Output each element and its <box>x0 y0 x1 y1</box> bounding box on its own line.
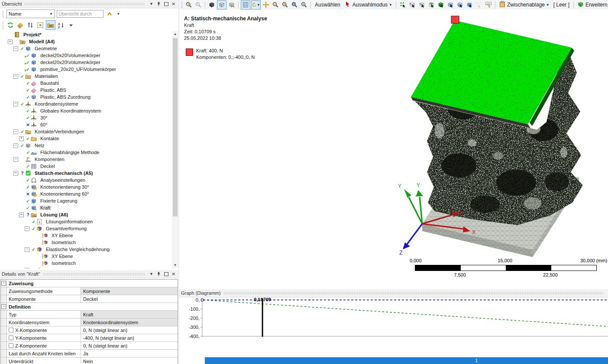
zoom-out-icon[interactable] <box>271 1 280 9</box>
collapse-toggle[interactable]: − <box>25 226 29 231</box>
chevron-down-icon[interactable]: ▼ <box>115 11 122 17</box>
sort-az-icon[interactable]: AZ <box>57 21 65 29</box>
tree-item-modell-a4[interactable]: −Modell (A4) <box>0 38 172 45</box>
tree-item-knotenorientierung-30[interactable]: ✓Knotenorientierung 30° <box>0 184 172 190</box>
select-face-icon[interactable] <box>427 1 436 9</box>
clipboard-dropdown[interactable]: Zwischenablage▼ <box>498 1 551 9</box>
tree-item-baustahl[interactable]: ✓Baustahl <box>0 80 172 87</box>
tree-item-knotenorientierung-60[interactable]: ✕Knotenorientierung 60° <box>0 190 172 197</box>
more-options-arrow[interactable] <box>67 21 75 29</box>
tree-item-deckel20x20-volumenk-rper[interactable]: ✓deckel20x20\Volumenkörper <box>0 52 172 59</box>
select-by-id-icon[interactable]: 100 <box>484 1 493 9</box>
select-mesh-face-icon[interactable] <box>456 1 464 9</box>
tree-scrollbar[interactable]: ▲ ▼ <box>172 31 178 268</box>
tree-item-l-sungsinformationen[interactable]: ✓iLösungsinformationen <box>0 218 172 225</box>
maximize-icon[interactable] <box>163 271 169 277</box>
zoom-in-icon[interactable] <box>281 1 289 9</box>
shaded-exterior-icon[interactable] <box>217 0 226 10</box>
graphics-viewport[interactable]: A: Statisch-mechanische Analyse Kraft Ze… <box>179 10 608 289</box>
extend-selection-icon[interactable] <box>398 1 407 9</box>
property-value[interactable]: Ja <box>81 350 178 357</box>
tree-item-xy-ebene[interactable]: XY Ebene <box>0 232 172 239</box>
tree-item-plastic-abs[interactable]: ✓Plastic, ABS <box>0 87 172 93</box>
select-vertex-icon[interactable] <box>408 1 417 9</box>
tree-item-globales-koordinatensystem[interactable]: ✓Globales Koordinatensystem <box>0 107 172 114</box>
outline-search-input[interactable] <box>57 10 103 18</box>
maximize-icon[interactable] <box>163 1 169 7</box>
tree-item-materialien[interactable]: −✓Materialien <box>0 73 172 80</box>
tree-item-koordinatensysteme[interactable]: −✓Koordinatensysteme <box>0 100 172 107</box>
filter-type-select[interactable]: Name ▼ <box>6 10 55 18</box>
collapse-section-toggle[interactable]: − <box>1 281 6 286</box>
show-mesh-icon[interactable] <box>241 0 250 10</box>
tree-item-xy-ebene[interactable]: XY Ebene <box>0 253 172 260</box>
pan-icon[interactable] <box>262 1 270 9</box>
tree-item-statisch-mechanisch-a5[interactable]: −?Statisch-mechanisch (A5) <box>0 170 172 177</box>
scroll-up-arrow[interactable]: ▲ <box>172 31 178 37</box>
close-icon[interactable]: ✕ <box>170 1 177 7</box>
filter-apply-button[interactable] <box>106 11 113 17</box>
row-checkbox[interactable] <box>9 343 13 348</box>
property-value[interactable]: Knotenkoordinatensystem <box>81 319 178 326</box>
property-value[interactable]: Nein <box>81 358 178 364</box>
zoom-fit-icon[interactable] <box>300 1 308 9</box>
tree-item-gesamtverformung[interactable]: −✓Gesamtverformung <box>0 225 172 232</box>
property-value[interactable]: 0, N (steigt linear an) <box>81 342 178 349</box>
row-checkbox[interactable] <box>9 328 13 332</box>
expand-all-icon[interactable] <box>36 21 45 29</box>
toolbar-grip[interactable] <box>2 21 4 29</box>
tree-item-plastic-abs-zuordnung[interactable]: ✓Plastic, ABS Zuordnung <box>0 93 172 100</box>
tree-item-netz[interactable]: −✓Netz <box>0 142 172 149</box>
collapse-toggle[interactable]: − <box>25 268 29 269</box>
collapse-toggle[interactable]: − <box>8 39 13 44</box>
expand-toggle[interactable]: + <box>19 136 24 141</box>
property-value[interactable]: 0, N (steigt linear an) <box>81 326 178 334</box>
select-body-icon[interactable] <box>437 1 445 9</box>
zoom-forward-icon[interactable] <box>194 1 203 9</box>
close-icon[interactable]: ✕ <box>170 271 177 277</box>
collapse-toggle[interactable]: − <box>13 46 18 51</box>
property-value[interactable]: -400, N (steigt linear an) <box>81 334 178 341</box>
collapse-toggle[interactable]: − <box>25 247 29 252</box>
collapse-toggle[interactable]: − <box>13 102 18 106</box>
shaded-exterior-edges-icon[interactable] <box>207 1 216 9</box>
coordinates-icon[interactable]: X,Y,Z <box>475 1 483 9</box>
tree-item-l-sung-a6[interactable]: −?Lösung (A6) <box>0 211 172 218</box>
select-edge-icon[interactable] <box>417 1 426 9</box>
sort-icon[interactable] <box>26 21 35 29</box>
property-value[interactable]: Kraft <box>81 311 178 318</box>
scrollbar-thumb[interactable] <box>173 38 178 216</box>
clear-filter-icon[interactable] <box>16 21 25 29</box>
collapse-toggle[interactable]: − <box>13 129 18 134</box>
collapse-toggle[interactable]: − <box>13 171 18 176</box>
wireframe-icon[interactable] <box>227 1 236 9</box>
tree-item-projekt[interactable]: Projekt* <box>0 31 172 38</box>
chevron-down-icon[interactable]: ▼ <box>148 271 155 277</box>
chevron-down-icon[interactable]: ▼ <box>148 1 155 7</box>
tree-item-deckel20x20-volumenk-rper[interactable]: ✓deckel20x20\Volumenkörper <box>0 59 172 66</box>
extend-dropdown[interactable]: Erweitern▼ <box>576 1 608 9</box>
tree-item-fl-chenabh-ngige-methode[interactable]: ✓Flächenabhängige Methode <box>0 149 172 156</box>
box-zoom-icon[interactable] <box>290 1 299 9</box>
property-value[interactable]: Komponente <box>81 287 178 295</box>
rotate-icon[interactable]: ▼ <box>251 0 261 10</box>
toolbar-grip[interactable] <box>181 1 183 8</box>
flat-tree-icon[interactable] <box>46 20 55 30</box>
collapse-toggle[interactable]: − <box>13 74 18 79</box>
zoom-back-icon[interactable] <box>184 1 193 9</box>
tree-item-kontakte[interactable]: +✓Kontakte <box>0 135 172 142</box>
pin-icon[interactable] <box>155 1 162 7</box>
collapse-toggle[interactable]: − <box>19 213 24 217</box>
pin-icon[interactable] <box>155 271 162 277</box>
tree-item-komponenten[interactable]: −Komponenten <box>0 156 172 163</box>
toolbar-grip[interactable] <box>2 10 4 18</box>
select-mesh-node-icon[interactable] <box>446 1 455 9</box>
tree-item-isometrisch[interactable]: Isometrisch <box>0 239 172 246</box>
tree-item-kontakte-verbindungen[interactable]: −✓Kontakte/Verbindungen <box>0 128 172 135</box>
tree-item-60[interactable]: ✕60° <box>0 121 172 128</box>
scroll-down-arrow[interactable]: ▼ <box>172 262 178 268</box>
collapse-toggle[interactable]: − <box>13 143 18 148</box>
timeline-step-bar[interactable]: 1 <box>205 357 608 364</box>
tree-item-deckel[interactable]: ✓Deckel <box>0 163 172 170</box>
selection-mode-dropdown[interactable]: Auswahlmodus▼ <box>343 1 394 9</box>
